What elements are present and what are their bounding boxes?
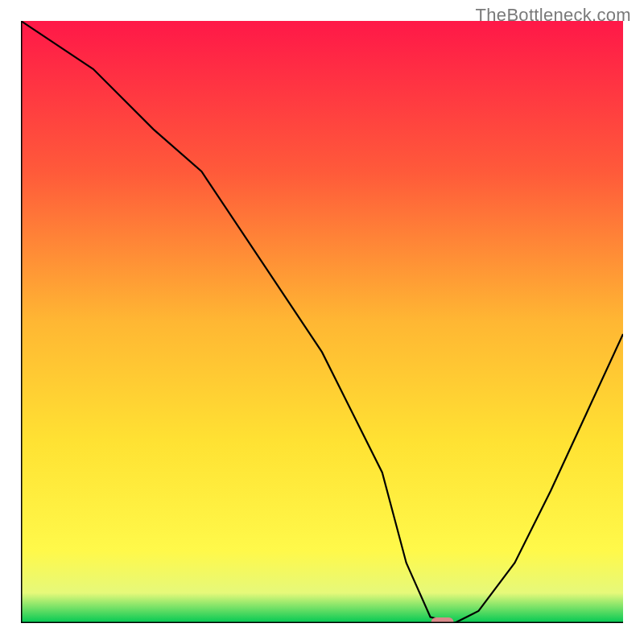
gradient-background (21, 21, 623, 623)
chart-svg (21, 21, 623, 623)
chart-container (21, 21, 623, 623)
watermark-text: TheBottleneck.com (476, 5, 631, 26)
